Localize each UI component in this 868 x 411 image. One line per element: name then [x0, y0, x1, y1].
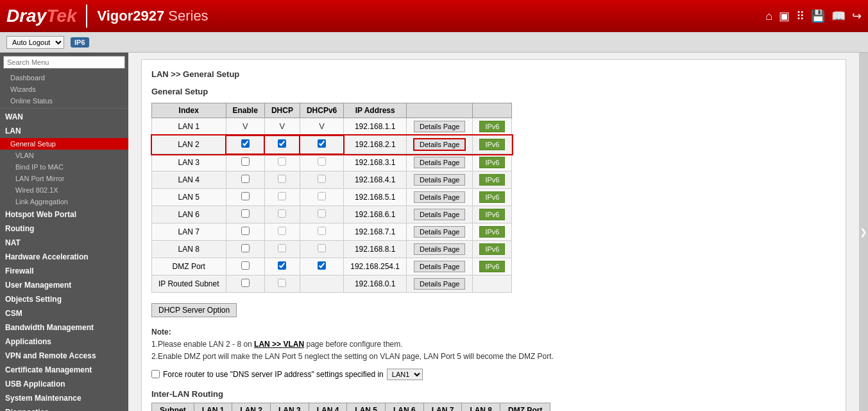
lan3-dhcpv6-checkbox[interactable] — [318, 157, 326, 166]
table-row: LAN 2 192.168.2.1 Details Page IPv6 — [152, 136, 512, 154]
sidebar-section-cert[interactable]: Certificate Management — [0, 363, 128, 377]
sidebar-item-general-setup[interactable]: General Setup — [0, 138, 128, 150]
sidebar-section-csm[interactable]: CSM — [0, 306, 128, 320]
lan7-ipv6-button[interactable]: IPv6 — [479, 226, 505, 238]
lan2-enable-checkbox[interactable] — [241, 139, 250, 148]
sidebar-section-lan[interactable]: LAN — [0, 124, 128, 138]
sidebar-item-vlan[interactable]: VLAN — [0, 150, 128, 161]
logo-tek: Tek — [46, 6, 76, 26]
lan3-details-button[interactable]: Details Page — [414, 157, 465, 168]
lan8-dhcpv6 — [300, 241, 343, 258]
lan4-dhcpv6-checkbox[interactable] — [318, 175, 326, 183]
lan7-index: LAN 7 — [152, 223, 226, 241]
lan8-ipv6-button[interactable]: IPv6 — [479, 243, 505, 255]
sidebar-item-wizards[interactable]: Wizards — [0, 83, 128, 95]
sidebar-item-dashboard[interactable]: Dashboard — [0, 72, 128, 83]
sidebar-section-firewall[interactable]: Firewall — [0, 264, 128, 278]
dmz-enable — [226, 258, 264, 275]
lan4-enable-checkbox[interactable] — [241, 175, 250, 183]
sidebar-section-wan[interactable]: WAN — [0, 110, 128, 124]
lan3-enable-checkbox[interactable] — [241, 157, 250, 166]
lan4-dhcp-checkbox[interactable] — [278, 175, 286, 183]
lan5-ipv6-button[interactable]: IPv6 — [479, 191, 505, 203]
table-row: LAN 7 192.168.7.1 Details Page IPv6 — [152, 223, 512, 241]
lan8-dhcpv6-checkbox[interactable] — [318, 244, 326, 252]
lan8-details-button[interactable]: Details Page — [414, 243, 465, 255]
lan2-ipv6-button[interactable]: IPv6 — [479, 139, 505, 150]
lan5-index: LAN 5 — [152, 189, 226, 206]
logout-icon[interactable]: ↪ — [852, 9, 862, 23]
lan6-enable-checkbox[interactable] — [241, 209, 250, 218]
lan7-dhcpv6-checkbox[interactable] — [318, 227, 326, 235]
logo: DrayTek Vigor2927 Series — [6, 4, 208, 28]
home-icon[interactable]: ⌂ — [765, 10, 772, 23]
ip-routed-dhcp-checkbox[interactable] — [278, 279, 286, 287]
book-icon[interactable]: 📖 — [831, 9, 846, 23]
search-input[interactable] — [3, 56, 125, 69]
lan6-details-button[interactable]: Details Page — [414, 209, 465, 220]
sidebar-section-routing[interactable]: Routing — [0, 222, 128, 236]
dmz-dhcp-checkbox[interactable] — [278, 261, 286, 270]
col-header-dhcp: DHCP — [264, 103, 300, 118]
lan3-dhcpv6 — [300, 154, 343, 171]
sidebar-section-nat[interactable]: NAT — [0, 236, 128, 250]
lan2-details-button[interactable]: Details Page — [413, 138, 466, 151]
lan2-dhcpv6-checkbox[interactable] — [318, 139, 326, 148]
auto-logout-select[interactable]: Auto Logout 5 minutes 10 minutes — [6, 36, 64, 49]
monitor-icon[interactable]: ▣ — [779, 9, 790, 23]
sidebar-item-wired-802-1x[interactable]: Wired 802.1X — [0, 184, 128, 196]
lan5-details-button[interactable]: Details Page — [414, 191, 465, 203]
lan8-dhcp-checkbox[interactable] — [278, 244, 286, 252]
sidebar-section-objects[interactable]: Objects Setting — [0, 292, 128, 306]
sidebar-item-link-aggregation[interactable]: Link Aggregation — [0, 196, 128, 207]
lan6-ipv6-button[interactable]: IPv6 — [479, 209, 505, 220]
save-icon[interactable]: 💾 — [811, 9, 825, 23]
ip-routed-details-button[interactable]: Details Page — [414, 278, 465, 290]
sidebar-section-bandwidth[interactable]: Bandwidth Management — [0, 320, 128, 335]
sidebar-section-user-mgmt[interactable]: User Management — [0, 278, 128, 292]
sidebar-item-online-status[interactable]: Online Status — [0, 95, 128, 107]
dmz-ipv6-button[interactable]: IPv6 — [479, 261, 505, 272]
lan2-dhcp-checkbox[interactable] — [278, 139, 286, 148]
dhcp-server-option-button[interactable]: DHCP Server Option — [151, 303, 237, 317]
dmz-enable-checkbox[interactable] — [241, 261, 250, 270]
sidebar-item-lan-port-mirror[interactable]: LAN Port Mirror — [0, 173, 128, 184]
table-row: IP Routed Subnet 192.168.0.1 Details Pag… — [152, 275, 512, 293]
sidebar-section-usb[interactable]: USB Application — [0, 377, 128, 391]
lan8-enable-checkbox[interactable] — [241, 244, 250, 252]
lan3-dhcp-checkbox[interactable] — [278, 157, 286, 166]
lan4-details-button[interactable]: Details Page — [414, 174, 465, 186]
lan5-dhcp-checkbox[interactable] — [278, 192, 286, 200]
sidebar-item-bind-ip-mac[interactable]: Bind IP to MAC — [0, 161, 128, 173]
sidebar-section-diagnostics[interactable]: Diagnostics — [0, 405, 128, 411]
lan1-details-button[interactable]: Details Page — [414, 121, 465, 132]
lan1-ipv6-button[interactable]: IPv6 — [479, 121, 505, 132]
inter-lan-col-lan7: LAN 7 — [423, 403, 462, 411]
force-dns-row: Force router to use "DNS server IP addre… — [151, 369, 836, 380]
force-dns-select[interactable]: LAN1 LAN2 LAN3 — [387, 369, 423, 380]
ip-routed-enable-checkbox[interactable] — [241, 279, 250, 287]
dmz-details-button[interactable]: Details Page — [414, 261, 465, 272]
sidebar-section-applications[interactable]: Applications — [0, 335, 128, 349]
lan7-dhcp-checkbox[interactable] — [278, 227, 286, 235]
network-icon[interactable]: ⠿ — [796, 9, 804, 23]
ip-routed-dhcpv6 — [300, 275, 343, 293]
sidebar-section-hotspot[interactable]: Hotspot Web Portal — [0, 207, 128, 222]
dmz-dhcpv6-checkbox[interactable] — [318, 261, 326, 270]
sidebar-section-sys-maint[interactable]: System Maintenance — [0, 391, 128, 405]
lan5-enable-checkbox[interactable] — [241, 192, 250, 200]
note1-link[interactable]: LAN >> VLAN — [254, 340, 304, 349]
lan6-dhcp-checkbox[interactable] — [278, 209, 286, 218]
lan5-dhcpv6-checkbox[interactable] — [318, 192, 326, 200]
force-dns-checkbox[interactable] — [151, 370, 160, 378]
lan6-dhcpv6-checkbox[interactable] — [318, 209, 326, 218]
table-row: LAN 8 192.168.8.1 Details Page IPv6 — [152, 241, 512, 258]
lan3-ipv6-button[interactable]: IPv6 — [479, 157, 505, 168]
lan7-details-button[interactable]: Details Page — [414, 226, 465, 238]
lan4-ipv6-button[interactable]: IPv6 — [479, 174, 505, 186]
sidebar-section-vpn[interactable]: VPN and Remote Access — [0, 349, 128, 363]
lan3-details-cell: Details Page — [407, 154, 473, 171]
collapse-tab[interactable]: ❯ — [859, 53, 868, 411]
lan7-enable-checkbox[interactable] — [241, 227, 250, 235]
sidebar-section-hw-accel[interactable]: Hardware Acceleration — [0, 250, 128, 264]
